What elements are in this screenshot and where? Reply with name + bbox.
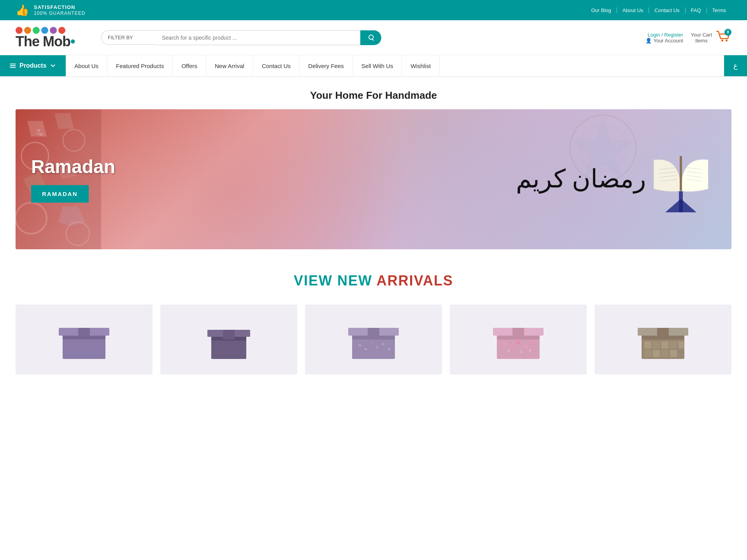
quran-book-icon [642, 136, 720, 214]
product-box-4 [491, 316, 545, 363]
cart-items-label: Items [691, 38, 712, 44]
nav-products[interactable]: Products [0, 55, 66, 76]
product-card-inner-5 [594, 304, 731, 374]
svg-rect-77 [653, 350, 660, 357]
nav-new-arrival[interactable]: New Arrival [206, 55, 253, 76]
filter-select[interactable]: FILTER BY [101, 30, 156, 45]
header: The Mob• FILTER BY Login / Register 👤 Yo… [0, 20, 747, 55]
svg-rect-40 [223, 330, 235, 340]
circle-purple [50, 27, 57, 34]
search-input[interactable] [156, 30, 360, 45]
svg-point-54 [388, 348, 390, 350]
nav-offers[interactable]: Offers [173, 55, 206, 76]
cart-badge: 0 [724, 29, 731, 36]
nav-contact-us[interactable]: Contact Us [253, 55, 300, 76]
view-new-text: VIEW NEW [294, 273, 377, 289]
nav-featured-products[interactable]: Featured Products [107, 55, 173, 76]
products-grid [16, 304, 731, 374]
cart-text: Your Cart Items [691, 32, 712, 44]
svg-point-50 [365, 348, 367, 350]
svg-rect-78 [661, 350, 668, 357]
top-nav-about[interactable]: About Us [617, 7, 649, 13]
nav-sell-with-us[interactable]: Sell With Us [353, 55, 402, 76]
cart-label: Your Cart [691, 32, 712, 38]
nav-about-us[interactable]: About Us [66, 55, 107, 76]
top-nav-terms[interactable]: Terms [707, 7, 731, 13]
banner-title: Ramadan [31, 156, 115, 177]
svg-point-59 [503, 342, 507, 346]
satisfaction-area: 👍 SATISFACTION 100% GUARANTEED [16, 4, 85, 17]
logo-circles [16, 27, 65, 34]
nav-arabic-button[interactable]: ع [724, 55, 747, 76]
product-card[interactable] [450, 304, 587, 374]
svg-point-62 [524, 345, 528, 348]
top-bar: 👍 SATISFACTION 100% GUARANTEED Our Blog … [0, 0, 747, 20]
product-box-1 [57, 316, 111, 363]
svg-rect-20 [680, 156, 682, 191]
banner-arabic-text: رمضان كريم [516, 165, 646, 193]
circle-orange [24, 27, 31, 34]
product-card[interactable] [305, 304, 442, 374]
svg-rect-79 [670, 350, 677, 357]
svg-rect-72 [653, 341, 660, 348]
banner-ramadan-button[interactable]: RAMADAN [31, 185, 89, 203]
product-card-inner-2 [160, 304, 297, 374]
main-nav: Products About Us Featured Products Offe… [0, 55, 747, 77]
new-arrivals-heading: VIEW NEW ARRIVALS [16, 273, 731, 289]
login-register-link[interactable]: Login / Register [648, 32, 683, 38]
product-card-inner-4 [450, 304, 587, 374]
cart-area[interactable]: Your Cart Items 0 [691, 29, 731, 47]
svg-rect-70 [657, 328, 669, 340]
top-nav-blog[interactable]: Our Blog [586, 7, 617, 13]
hero-heading: Your Home For Handmade [0, 77, 747, 109]
svg-rect-73 [661, 341, 668, 348]
circle-red2 [58, 27, 65, 34]
svg-point-53 [382, 343, 385, 346]
nav-delivery-fees[interactable]: Delivery Fees [300, 55, 353, 76]
menu-icon [9, 62, 16, 69]
svg-point-0 [721, 39, 723, 41]
arabic-calligraphy: رمضان كريم [516, 165, 646, 193]
product-box-2 [202, 316, 256, 363]
new-arrivals-section: VIEW NEW ARRIVALS [0, 249, 747, 390]
svg-rect-75 [679, 341, 684, 348]
account-area[interactable]: Login / Register 👤 Your Account [645, 32, 683, 44]
product-box-5 [636, 316, 690, 363]
your-account-row: 👤 Your Account [645, 38, 683, 44]
product-card[interactable] [16, 304, 153, 374]
product-card-inner-3 [305, 304, 442, 374]
svg-point-61 [516, 341, 520, 345]
logo-area[interactable]: The Mob• [16, 27, 93, 49]
product-card[interactable] [160, 304, 297, 374]
svg-rect-74 [670, 341, 677, 348]
top-nav-contact[interactable]: Contact Us [649, 7, 685, 13]
banner-book [642, 136, 720, 214]
thumbs-up-icon: 👍 [16, 4, 29, 17]
product-card[interactable] [594, 304, 731, 374]
logo-dot: • [70, 33, 75, 49]
svg-point-64 [507, 350, 510, 352]
chevron-down-icon [49, 62, 56, 69]
cart-icon-wrap: 0 [715, 29, 731, 47]
top-nav-faq[interactable]: FAQ [686, 7, 707, 13]
svg-point-65 [520, 351, 523, 353]
circle-green [33, 27, 40, 34]
svg-rect-19 [679, 191, 683, 212]
nav-wishlist[interactable]: Wishlist [402, 55, 440, 76]
svg-rect-71 [644, 341, 651, 348]
product-box-3 [346, 316, 401, 363]
svg-point-49 [358, 344, 361, 347]
svg-point-51 [370, 342, 373, 345]
search-button[interactable] [360, 30, 381, 45]
person-icon: 👤 [645, 38, 652, 44]
svg-point-60 [511, 346, 514, 349]
search-icon [367, 34, 374, 41]
svg-point-1 [726, 39, 728, 41]
search-area: FILTER BY [101, 30, 381, 45]
svg-point-66 [529, 349, 531, 352]
circle-blue [41, 27, 48, 34]
svg-rect-58 [512, 328, 524, 340]
circle-red [16, 27, 23, 34]
top-nav: Our Blog About Us Contact Us FAQ Terms [586, 7, 731, 13]
banner-content: Ramadan RAMADAN [16, 140, 131, 218]
